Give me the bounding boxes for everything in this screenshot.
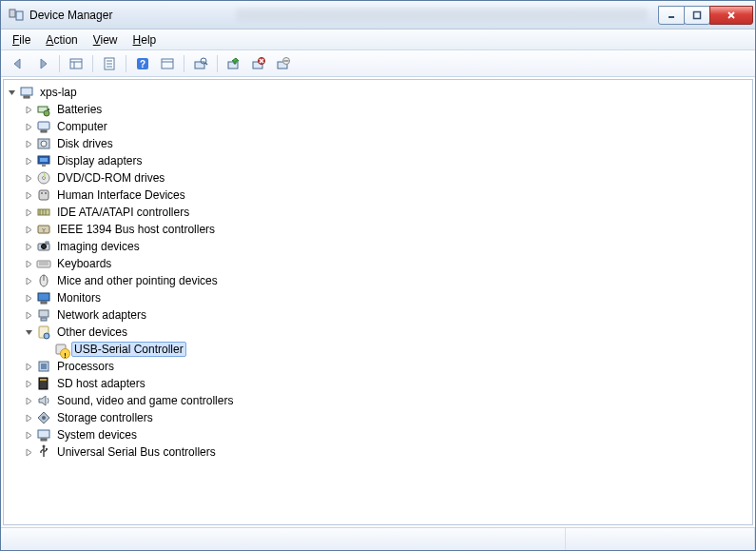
expand-icon[interactable] bbox=[23, 395, 34, 406]
tree-node-label: IEEE 1394 Bus host controllers bbox=[54, 222, 218, 237]
tree-node-label: IDE ATA/ATAPI controllers bbox=[54, 205, 192, 220]
expand-icon[interactable] bbox=[23, 207, 34, 218]
system-icon bbox=[36, 427, 51, 443]
toolbar-separator bbox=[59, 55, 60, 72]
tree-node-label: Network adapters bbox=[54, 307, 149, 323]
show-hide-tree-button[interactable] bbox=[65, 53, 87, 74]
tree-node[interactable]: System devices bbox=[6, 426, 750, 443]
menu-help[interactable]: HelpHelp bbox=[126, 31, 165, 49]
disable-button[interactable] bbox=[272, 53, 295, 74]
expand-icon[interactable] bbox=[23, 189, 34, 201]
svg-rect-53 bbox=[70, 59, 82, 69]
toolbar: ? bbox=[1, 50, 755, 77]
expand-icon[interactable] bbox=[23, 258, 34, 269]
status-cell bbox=[1, 528, 566, 550]
tree-node[interactable]: xps-lap bbox=[6, 84, 750, 101]
tree-node[interactable]: Imaging devices bbox=[6, 238, 750, 255]
tree-node[interactable]: Mice and other pointing devices bbox=[6, 272, 750, 289]
device-icon bbox=[19, 85, 34, 100]
tree-node-label: DVD/CD-ROM drives bbox=[54, 170, 167, 186]
tree-node[interactable]: Display adapters bbox=[6, 152, 750, 169]
app-icon bbox=[9, 8, 24, 23]
tree-node[interactable]: Batteries bbox=[6, 101, 750, 118]
tree-node-label: Mice and other pointing devices bbox=[54, 273, 221, 288]
tree-node[interactable]: Disk drives bbox=[6, 135, 750, 152]
expand-icon[interactable] bbox=[23, 378, 34, 389]
tree-node[interactable]: Sound, video and game controllers bbox=[6, 392, 750, 409]
imaging-icon bbox=[36, 239, 51, 254]
tree-node-label: Keyboards bbox=[54, 256, 114, 271]
properties-button[interactable] bbox=[98, 53, 121, 74]
tree-node[interactable]: Other devices bbox=[6, 324, 750, 341]
expand-icon[interactable] bbox=[23, 172, 34, 184]
expand-icon[interactable] bbox=[23, 412, 34, 423]
sound-icon bbox=[36, 393, 51, 408]
collapse-icon[interactable] bbox=[6, 87, 17, 98]
keyboard-icon bbox=[36, 256, 51, 271]
expand-icon[interactable] bbox=[23, 224, 34, 235]
tree-node[interactable]: Network adapters bbox=[6, 306, 750, 324]
expand-icon[interactable] bbox=[23, 241, 34, 252]
tree-node[interactable]: DVD/CD-ROM drives bbox=[6, 169, 750, 187]
expand-icon[interactable] bbox=[23, 292, 34, 304]
tree-node[interactable]: Storage controllers bbox=[6, 409, 750, 426]
toolbar-separator bbox=[92, 55, 93, 72]
tree-node[interactable]: Human Interface Devices bbox=[6, 187, 750, 204]
svg-rect-64 bbox=[195, 62, 204, 69]
svg-rect-62 bbox=[162, 59, 173, 69]
minimize-button[interactable] bbox=[658, 6, 685, 25]
tree-node-label: xps-lap bbox=[37, 85, 80, 100]
tree-node[interactable]: Processors bbox=[6, 358, 750, 375]
tree-node[interactable]: USB-Serial Controller bbox=[6, 341, 750, 358]
tree-node[interactable]: Monitors bbox=[6, 289, 750, 306]
menu-view[interactable]: ViewView bbox=[86, 31, 126, 49]
action-panel-button[interactable] bbox=[156, 53, 179, 74]
collapse-icon[interactable] bbox=[23, 326, 34, 338]
close-button[interactable] bbox=[709, 6, 753, 25]
tree-node[interactable]: IDE ATA/ATAPI controllers bbox=[6, 204, 750, 221]
usb-icon bbox=[36, 444, 51, 460]
titlebar-blur bbox=[236, 9, 648, 22]
menu-file[interactable]: FileFiledocument.currentScript.previousE… bbox=[5, 31, 38, 49]
tree-node-label: Storage controllers bbox=[54, 410, 156, 425]
help-button[interactable]: ? bbox=[131, 53, 154, 74]
battery-icon bbox=[36, 102, 51, 117]
forward-button[interactable] bbox=[31, 53, 54, 74]
expand-icon[interactable] bbox=[23, 104, 34, 115]
maximize-button[interactable] bbox=[684, 6, 710, 25]
scan-hardware-button[interactable] bbox=[189, 53, 212, 74]
expand-icon[interactable] bbox=[23, 361, 34, 372]
processor-icon bbox=[36, 359, 51, 374]
tree-node[interactable]: SD host adapters bbox=[6, 375, 750, 392]
status-cell bbox=[566, 528, 755, 550]
window: Device Manager FileFiledocument.currentS… bbox=[0, 0, 756, 551]
hid-icon bbox=[36, 187, 51, 203]
expand-icon[interactable] bbox=[23, 446, 34, 458]
expand-icon[interactable] bbox=[23, 155, 34, 167]
tree-node-label: Imaging devices bbox=[54, 239, 143, 254]
expand-icon[interactable] bbox=[23, 138, 34, 149]
display-icon bbox=[36, 153, 51, 168]
tree-view[interactable]: xps-lapBatteriesComputerDisk drivesDispl… bbox=[3, 79, 753, 525]
menu-action[interactable]: ActionAction bbox=[38, 31, 85, 49]
back-button[interactable] bbox=[7, 53, 29, 74]
titlebar[interactable]: Device Manager bbox=[1, 1, 755, 30]
window-title: Device Manager bbox=[29, 9, 236, 22]
tree-node[interactable]: Computer bbox=[6, 118, 750, 135]
uninstall-button[interactable] bbox=[247, 53, 270, 74]
tree-node[interactable]: Keyboards bbox=[6, 255, 750, 272]
tree-node-label: System devices bbox=[54, 427, 140, 443]
svg-line-66 bbox=[205, 63, 207, 65]
monitor-icon bbox=[36, 290, 51, 305]
svg-rect-48 bbox=[16, 11, 23, 20]
expand-icon[interactable] bbox=[23, 309, 34, 321]
tree-node[interactable]: IEEE 1394 Bus host controllers bbox=[6, 221, 750, 238]
toolbar-separator bbox=[217, 55, 218, 72]
update-driver-button[interactable] bbox=[223, 53, 245, 74]
tree-node-label: Computer bbox=[54, 119, 110, 134]
tree-node[interactable]: Universal Serial Bus controllers bbox=[6, 443, 750, 461]
expand-icon[interactable] bbox=[23, 429, 34, 441]
expand-icon[interactable] bbox=[23, 121, 34, 132]
expand-icon[interactable] bbox=[23, 275, 34, 286]
tree-node-label: Human Interface Devices bbox=[54, 187, 188, 203]
